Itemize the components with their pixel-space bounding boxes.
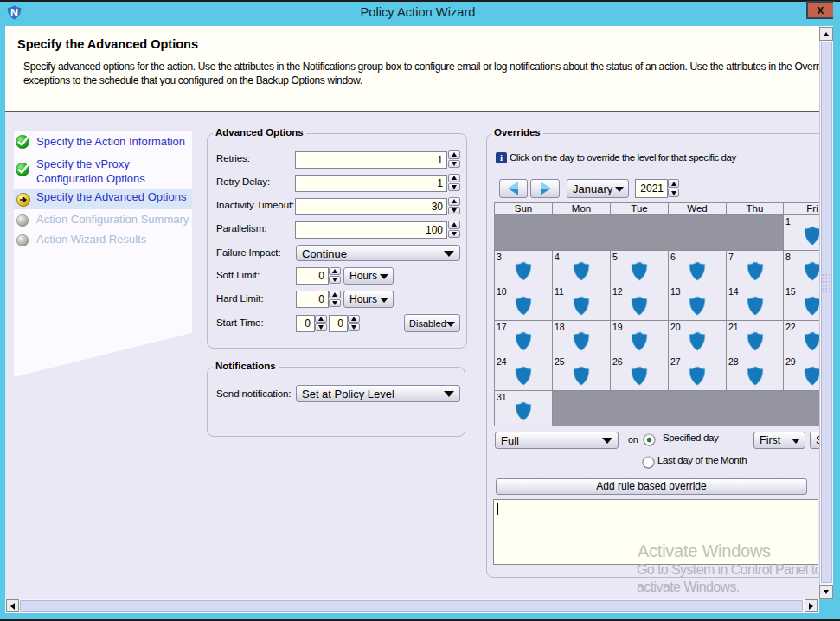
svg-text:N: N (10, 7, 18, 19)
